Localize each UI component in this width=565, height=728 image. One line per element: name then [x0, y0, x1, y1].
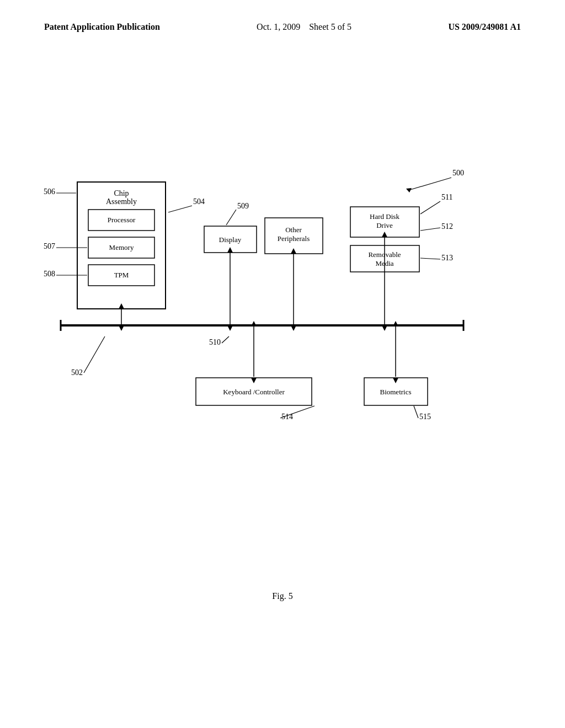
svg-text:Display: Display — [219, 235, 242, 244]
svg-marker-30 — [291, 248, 296, 254]
svg-line-59 — [226, 210, 236, 225]
svg-text:510: 510 — [209, 338, 221, 346]
svg-text:509: 509 — [237, 202, 249, 210]
diagram-svg: Chip Assembly Processor Memory TPM Displ… — [33, 149, 530, 507]
svg-line-61 — [222, 336, 229, 343]
svg-text:511: 511 — [441, 193, 452, 201]
svg-marker-39 — [251, 378, 257, 383]
svg-marker-28 — [227, 325, 233, 331]
svg-text:515: 515 — [419, 413, 431, 421]
svg-text:Chip: Chip — [114, 189, 129, 197]
svg-line-51 — [168, 206, 192, 212]
svg-marker-44 — [393, 378, 398, 383]
svg-line-65 — [420, 228, 440, 231]
svg-marker-24 — [119, 303, 124, 309]
svg-marker-25 — [119, 325, 124, 331]
svg-line-67 — [420, 258, 440, 259]
svg-text:Memory: Memory — [109, 243, 134, 251]
date: Oct. 1, 2009 — [257, 22, 300, 31]
svg-text:Assembly: Assembly — [106, 197, 137, 206]
svg-marker-38 — [251, 321, 257, 326]
patent-number: US 2009/249081 A1 — [448, 22, 521, 32]
publication-label: Patent Application Publication — [44, 22, 160, 32]
svg-text:502: 502 — [71, 368, 83, 377]
svg-text:Biometrics: Biometrics — [380, 388, 411, 396]
date-sheet: Oct. 1, 2009 Sheet 5 of 5 — [257, 22, 351, 32]
svg-text:504: 504 — [193, 197, 205, 206]
svg-line-69 — [280, 406, 315, 418]
svg-marker-33 — [382, 232, 387, 237]
svg-text:TPM: TPM — [114, 271, 129, 279]
svg-marker-47 — [406, 188, 412, 192]
figure-caption: Fig. 5 — [0, 591, 565, 601]
svg-text:500: 500 — [452, 169, 464, 177]
svg-text:Drive: Drive — [376, 221, 393, 229]
svg-text:508: 508 — [44, 270, 55, 278]
svg-text:Processor: Processor — [108, 216, 136, 224]
svg-line-46 — [408, 178, 451, 190]
svg-text:512: 512 — [441, 222, 453, 231]
svg-text:Hard Disk: Hard Disk — [370, 212, 399, 221]
svg-marker-31 — [291, 325, 296, 331]
svg-marker-43 — [393, 321, 398, 326]
svg-marker-34 — [382, 325, 387, 331]
svg-text:514: 514 — [281, 413, 293, 421]
svg-line-63 — [420, 201, 440, 214]
svg-text:Peripherals: Peripherals — [278, 234, 310, 243]
svg-marker-27 — [227, 247, 233, 253]
page-header: Patent Application Publication Oct. 1, 2… — [0, 0, 565, 32]
svg-text:513: 513 — [441, 254, 453, 262]
figure-label: Fig. 5 — [272, 591, 292, 601]
svg-text:Keyboard /Controller: Keyboard /Controller — [223, 388, 285, 396]
svg-text:507: 507 — [44, 242, 55, 250]
svg-text:506: 506 — [44, 188, 55, 196]
svg-line-49 — [84, 336, 105, 373]
svg-text:Other: Other — [285, 226, 302, 234]
svg-line-71 — [414, 406, 418, 418]
sheet: Sheet 5 of 5 — [309, 22, 351, 31]
